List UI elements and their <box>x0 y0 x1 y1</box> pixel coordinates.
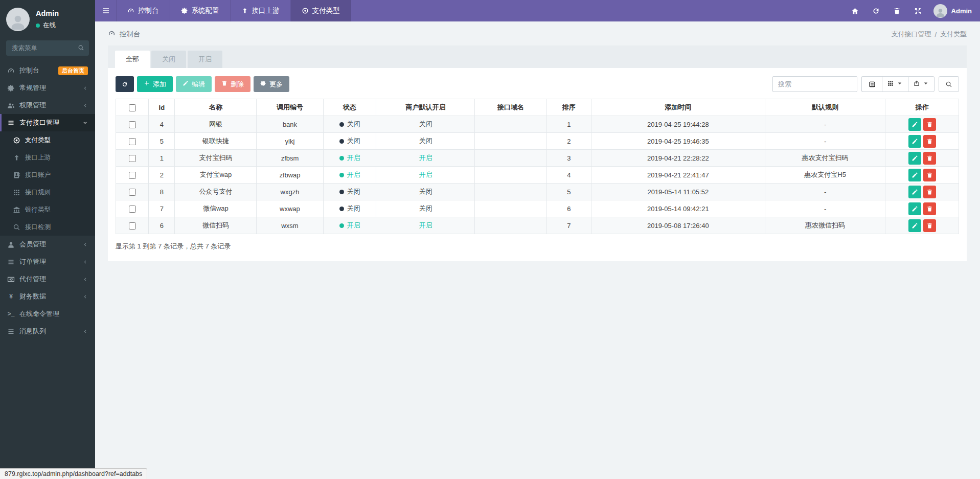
sidebar-item-interface-upstream[interactable]: 接口上游 <box>0 149 95 166</box>
delete-row-button[interactable] <box>923 169 936 181</box>
topbar-trash-button[interactable] <box>886 0 907 21</box>
add-button[interactable]: 添加 <box>137 76 173 92</box>
tab-closed[interactable]: 关闭 <box>151 51 186 68</box>
edit-row-button[interactable] <box>908 186 921 198</box>
delete-row-button[interactable] <box>923 152 936 165</box>
view-button-group <box>861 76 935 92</box>
delete-button[interactable]: 删除 <box>215 76 250 92</box>
sidebar-item-bank-type[interactable]: 银行类型 <box>0 201 95 218</box>
sidebar-item-agent-pay[interactable]: 代付管理 <box>0 270 95 288</box>
sidebar-item-label: 代付管理 <box>19 275 78 284</box>
row-checkbox[interactable] <box>129 155 136 162</box>
topbar-username[interactable]: Admin <box>951 7 972 15</box>
row-checkbox[interactable] <box>129 189 136 196</box>
trash-icon <box>926 155 933 162</box>
topnav-item-system-config[interactable]: 系统配置 <box>170 0 231 21</box>
cell-sort: 5 <box>546 184 591 200</box>
delete-row-button[interactable] <box>923 186 936 198</box>
trash-icon <box>926 138 933 145</box>
cell-operations <box>885 116 959 133</box>
topnav-item-pay-type[interactable]: 支付类型 <box>291 0 351 21</box>
row-checkbox[interactable] <box>129 121 136 128</box>
column-header[interactable]: 商户默认开启 <box>376 99 475 116</box>
delete-row-button[interactable] <box>923 219 936 232</box>
user-status-label: 在线 <box>43 21 56 30</box>
topbar-home-button[interactable] <box>845 0 865 21</box>
column-header[interactable]: 接口域名 <box>475 99 546 116</box>
status-label: 关闭 <box>347 137 360 145</box>
sidebar-item-label: 接口账户 <box>25 171 88 179</box>
row-checkbox[interactable] <box>129 206 136 213</box>
sidebar-item-interface-account[interactable]: 接口账户 <box>0 166 95 184</box>
edit-row-button[interactable] <box>908 135 921 148</box>
sidebar-item-finance[interactable]: ¥财务数据 <box>0 288 95 305</box>
sidebar-item-command[interactable]: >_在线命令管理 <box>0 305 95 323</box>
sidebar-item-dashboard[interactable]: 控制台后台首页 <box>0 62 95 79</box>
column-header[interactable]: 名称 <box>175 99 257 116</box>
grid-icon <box>887 80 894 87</box>
column-header[interactable]: 调用编号 <box>257 99 323 116</box>
toggle-view-button[interactable] <box>861 76 882 92</box>
cell-domain <box>475 167 546 184</box>
sidebar-submenu-pay-interface: 支付类型接口上游接口账户接口规则银行类型接口检测 <box>0 131 95 236</box>
fullscreen-icon <box>914 7 922 15</box>
column-header[interactable]: 添加时间 <box>591 99 765 116</box>
select-all-checkbox[interactable] <box>129 104 136 111</box>
pencil-icon <box>911 155 918 162</box>
column-header[interactable]: 操作 <box>885 99 959 116</box>
sidebar-item-pay-interface[interactable]: 支付接口管理 <box>0 114 95 131</box>
export-button[interactable] <box>908 76 935 92</box>
chevron-left-icon <box>82 294 88 300</box>
topnav-item-dashboard[interactable]: 控制台 <box>117 0 170 21</box>
sidebar-item-queue[interactable]: 消息队列 <box>0 323 95 340</box>
refresh-button[interactable] <box>116 76 134 92</box>
users-icon <box>7 102 15 109</box>
column-header[interactable]: Id <box>149 99 175 116</box>
edit-row-button[interactable] <box>908 219 921 232</box>
tab-open[interactable]: 开启 <box>188 51 222 68</box>
sidebar-item-pay-type[interactable]: 支付类型 <box>0 131 95 149</box>
row-checkbox[interactable] <box>129 138 136 145</box>
topnav-item-interface-upstream[interactable]: 接口上游 <box>231 0 291 21</box>
search-submit-button[interactable] <box>939 76 959 92</box>
edit-button[interactable]: 编辑 <box>176 76 212 92</box>
edit-row-button[interactable] <box>908 202 921 215</box>
sidebar-search-input[interactable] <box>6 40 89 56</box>
topbar-fullscreen-button[interactable] <box>907 0 928 21</box>
sidebar-item-general[interactable]: 常规管理 <box>0 79 95 97</box>
row-checkbox[interactable] <box>129 172 136 179</box>
delete-row-button[interactable] <box>923 202 936 215</box>
topbar-refresh-button[interactable] <box>865 0 886 21</box>
breadcrumb-parent[interactable]: 支付接口管理 <box>891 30 931 39</box>
table-search-input[interactable] <box>772 76 857 92</box>
sidebar-item-order[interactable]: 订单管理 <box>0 253 95 270</box>
edit-row-button[interactable] <box>908 169 921 181</box>
column-header[interactable]: 排序 <box>546 99 591 116</box>
row-checkbox[interactable] <box>129 222 136 230</box>
sidebar-item-interface-rule[interactable]: 接口规则 <box>0 184 95 201</box>
topbar-avatar[interactable] <box>933 4 947 18</box>
chevron-left-icon <box>82 85 88 91</box>
search-icon <box>945 81 952 88</box>
tab-all[interactable]: 全部 <box>115 51 150 68</box>
columns-button[interactable] <box>882 76 908 92</box>
cell-id: 2 <box>149 167 175 184</box>
topnav: 控制台系统配置接口上游支付类型 <box>117 0 351 21</box>
panel: 全部关闭开启 添加 编辑 删除 <box>108 45 967 261</box>
sidebar-toggle-button[interactable] <box>95 0 117 21</box>
cell-code: zfbsm <box>257 150 323 167</box>
sidebar-item-auth[interactable]: 权限管理 <box>0 97 95 114</box>
edit-row-button[interactable] <box>908 118 921 131</box>
more-button[interactable]: 更多 <box>254 76 289 92</box>
sidebar-item-interface-check[interactable]: 接口检测 <box>0 218 95 236</box>
toolbar-left: 添加 编辑 删除 更多 <box>116 76 289 92</box>
edit-row-button[interactable] <box>908 152 921 165</box>
delete-row-button[interactable] <box>923 118 936 131</box>
column-header[interactable]: 状态 <box>323 99 376 116</box>
sidebar-item-member[interactable]: 会员管理 <box>0 236 95 253</box>
cell-created: 2019-04-21 22:41:47 <box>591 167 765 184</box>
cell-sort: 3 <box>546 150 591 167</box>
delete-row-button[interactable] <box>923 135 936 148</box>
cell-merchant-default: 关闭 <box>376 133 475 150</box>
column-header[interactable]: 默认规则 <box>765 99 885 116</box>
